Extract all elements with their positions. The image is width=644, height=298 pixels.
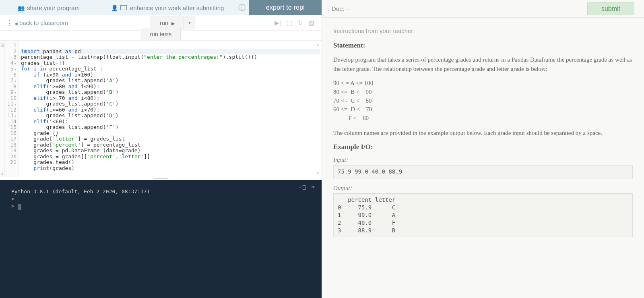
info-icon[interactable]: ⓘ	[235, 3, 249, 12]
editor-action-icons: ▶| ⬚ ↻ ▨	[275, 19, 318, 27]
terminal-prompt: >	[11, 196, 14, 202]
play-icon	[171, 19, 175, 26]
example-io-heading: Example I/O:	[333, 143, 633, 151]
terminal-input-icon[interactable]: ⏎⃞	[299, 184, 306, 190]
refresh-icon[interactable]: ↻	[298, 19, 303, 27]
file-icon: 🗎	[0, 42, 5, 48]
step-next-icon[interactable]: ▶|	[275, 19, 281, 27]
breakpoint-gutter[interactable]: 🗎 ⭳	[0, 41, 5, 177]
back-to-classroom-link[interactable]: back to classroom	[11, 19, 71, 26]
export-label: export to repl	[266, 4, 305, 11]
code-content[interactable]: import pandas as pd percentage_list = li…	[19, 41, 322, 177]
terminal[interactable]: ⏎⃞ ⌫ Python 3.8.1 (default, Feb 2 2020, …	[0, 180, 322, 298]
terminal-prompt: >	[11, 203, 14, 209]
input-label: Input:	[333, 157, 633, 163]
columns-note: The column names are provided in the exa…	[333, 128, 633, 138]
share-program-link[interactable]: share your program	[0, 4, 87, 11]
line-number-gutter: 123456789101112131415161718192021	[5, 41, 19, 177]
editor-scrollbar[interactable]: ▲▼	[317, 41, 321, 176]
submit-button[interactable]: submit	[587, 2, 634, 15]
statement-text: Develop program that takes a series of p…	[333, 55, 633, 73]
back-label: back to classroom	[19, 19, 68, 26]
download-icon[interactable]: ⭳	[0, 169, 5, 175]
expand-icon[interactable]: ▨	[309, 19, 314, 27]
screen-icon	[120, 5, 127, 10]
example-output-box: percent letter 0 75.9 C 1 99.0 A 2 40.0 …	[333, 193, 633, 237]
caret-left-icon	[14, 19, 18, 26]
run-label: run	[160, 19, 169, 26]
runtests-label: run tests	[150, 31, 172, 37]
instructions-panel: Instructions from your teacher: Statemen…	[322, 18, 644, 247]
code-editor[interactable]: 🗎 ⭳ 123456789101112131415161718192021 im…	[0, 41, 322, 177]
terminal-clear-icon[interactable]: ⌫	[311, 184, 314, 190]
terminal-cursor	[18, 204, 21, 210]
submit-label: submit	[601, 5, 620, 12]
more-menu-icon[interactable]: ⋮	[3, 19, 11, 27]
enhance-work-link[interactable]: enhance your work after submitting	[87, 4, 231, 11]
grade-mapping: 90 < = A <= 100 80 <= B < 90 70 <= C < 8…	[333, 79, 633, 123]
due-date: Due: --	[332, 5, 350, 12]
run-button-group: run ▼	[151, 17, 196, 29]
top-strip: share your program enhance your work aft…	[0, 0, 322, 15]
person-icon	[111, 4, 118, 11]
run-tests-button[interactable]: run tests	[141, 28, 181, 40]
run-button[interactable]: run	[151, 17, 184, 29]
assignment-header: Due: -- submit	[322, 0, 644, 18]
people-icon	[18, 4, 25, 11]
package-icon[interactable]: ⬚	[287, 19, 292, 27]
enhance-label: enhance your work after submitting	[130, 4, 224, 11]
statement-heading: Statement:	[333, 41, 633, 50]
export-to-repl-button[interactable]: export to repl	[249, 0, 322, 15]
output-label: Output:	[333, 185, 633, 192]
share-label: share your program	[27, 4, 80, 11]
pane-resize-handle[interactable]	[0, 177, 322, 180]
run-dropdown-toggle[interactable]: ▼	[184, 17, 195, 29]
instructions-heading: Instructions from your teacher:	[333, 27, 633, 34]
terminal-line: Python 3.8.1 (default, Feb 2 2020, 08:37…	[11, 188, 310, 195]
example-input-box: 75.9 99.0 40.0 88.9	[333, 165, 633, 178]
